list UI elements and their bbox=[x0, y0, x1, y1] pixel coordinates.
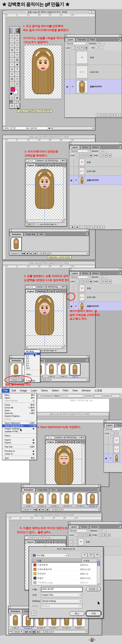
prev-frame-icon[interactable]: ◀| bbox=[70, 226, 74, 229]
opacity-field[interactable]: 100%▸ bbox=[97, 42, 104, 45]
animation-tab[interactable]: Animation bbox=[9, 610, 22, 613]
animation-frame[interactable]: 5 ∴ 0.1 sec. ▾ bbox=[74, 492, 86, 508]
tool-button[interactable]: ▭ bbox=[10, 34, 14, 38]
menu-bar-item[interactable]: Slices bbox=[39, 388, 50, 392]
tool-button[interactable]: T bbox=[14, 67, 20, 72]
lock-icon[interactable]: ▣ bbox=[89, 154, 92, 157]
layer-name[interactable]: 눈썹 copy bbox=[86, 170, 96, 172]
animation-frame[interactable]: 2 ∴ 0.1 sec. ▾ bbox=[35, 492, 47, 508]
duplicate-frame-button[interactable]: ⊡ bbox=[42, 252, 45, 255]
menu-bar-item[interactable]: Window bbox=[80, 388, 92, 392]
delete-layer-icon[interactable]: ⊔ bbox=[100, 226, 104, 229]
anti-aliased-checkbox[interactable] bbox=[38, 394, 40, 397]
view-tab[interactable]: 2-Up bbox=[48, 290, 54, 293]
cancel-button[interactable]: 취소 bbox=[70, 612, 84, 616]
file-menu-item[interactable]: Save⌘S bbox=[2, 409, 36, 412]
delay-menu-item[interactable] bbox=[24, 370, 40, 372]
standard-mode-button[interactable]: ◯ bbox=[10, 96, 14, 100]
foreground-color-swatch[interactable] bbox=[10, 87, 15, 92]
tool-button[interactable]: ✑ bbox=[14, 76, 20, 82]
tool-button[interactable]: ✐ bbox=[14, 48, 20, 52]
play-button[interactable]: ▶ bbox=[30, 252, 33, 255]
file-menu-item[interactable] bbox=[2, 421, 36, 421]
layer-name[interactable]: 금발머리여자 bbox=[86, 179, 99, 182]
layer-row[interactable] bbox=[104, 436, 122, 445]
visibility-toggle[interactable] bbox=[69, 284, 74, 292]
file-menu-item[interactable]: Update HTML... bbox=[2, 430, 36, 433]
link-toggle[interactable] bbox=[70, 65, 76, 79]
next-frame-icon[interactable]: |▶ bbox=[75, 226, 80, 229]
first-frame-button[interactable]: ◀◀ bbox=[22, 252, 25, 255]
view-tab[interactable]: Optimized bbox=[56, 440, 67, 444]
frame-delay[interactable]: ∴ 1 sec. ▾ bbox=[22, 504, 34, 507]
animation-tab[interactable]: Image Map bbox=[24, 232, 37, 236]
menu-bar-item[interactable]: File bbox=[2, 388, 10, 392]
animation-frame[interactable]: 4 ∴ 0.1 sec. ▾ bbox=[61, 492, 73, 508]
h-scrollbar[interactable]: ◀▶ bbox=[51, 127, 94, 130]
tool-button[interactable]: ✒ bbox=[10, 72, 14, 76]
layer-row[interactable]: 눈썹 copy bbox=[64, 65, 122, 80]
frame-delay[interactable]: 0.1 sec. ▾ bbox=[61, 626, 72, 629]
loop-popup[interactable]: Forever ▼ bbox=[10, 252, 21, 255]
file-menu-item[interactable]: Close⌘W bbox=[2, 404, 36, 406]
file-menu-item[interactable]: Place... bbox=[2, 434, 36, 437]
delete-layer-icon[interactable]: ⊔ bbox=[116, 114, 120, 117]
file-menu-item[interactable]: Revert bbox=[2, 418, 36, 420]
frame-delay[interactable]: 1 sec. ▾ bbox=[58, 375, 68, 378]
layer-row[interactable]: 입술 bbox=[69, 158, 122, 167]
view-tab[interactable]: 4-Up bbox=[54, 164, 62, 166]
file-menu-item[interactable]: Close All⌥⌘W bbox=[2, 406, 36, 409]
file-menu-item[interactable]: File Info...⇧⌘K bbox=[2, 446, 36, 448]
animation-frame[interactable]: 1 1 sec. ▾ bbox=[10, 237, 22, 254]
doc-canvas[interactable] bbox=[26, 292, 64, 346]
new-folder-button[interactable]: 새로운 ❏ bbox=[86, 587, 100, 591]
menu-bar-item[interactable]: Select bbox=[50, 388, 61, 392]
file-menu-item[interactable] bbox=[2, 444, 36, 445]
animation-tab[interactable]: Animation bbox=[10, 232, 23, 236]
tool-button[interactable]: ➤ bbox=[10, 67, 14, 72]
next-frame-button[interactable]: |▶ bbox=[34, 252, 37, 255]
file-menu-item[interactable]: Save Optimized As...⌥⇧⌘S bbox=[2, 424, 36, 427]
file-menu-item[interactable] bbox=[2, 438, 36, 438]
palette-menu-icon[interactable]: ▶ bbox=[97, 488, 100, 491]
screen-mode-button[interactable]: □ bbox=[13, 100, 16, 104]
frame-delay[interactable]: 1 sec. ▾ bbox=[10, 626, 21, 629]
view-tab[interactable]: Original bbox=[46, 440, 56, 444]
layer-name[interactable]: 금발머리여자 bbox=[88, 85, 102, 88]
width-field[interactable] bbox=[94, 394, 102, 398]
file-menu-item[interactable]: Output Settings▶ bbox=[2, 427, 36, 430]
collapse-box-icon[interactable] bbox=[92, 11, 94, 14]
dialog-titlebar[interactable]: Save Optimized As bbox=[29, 547, 103, 551]
menu-bar-item[interactable]: Image bbox=[18, 388, 29, 392]
delay-menu-item[interactable]: 0.1 seconds bbox=[24, 352, 40, 355]
blend-mode-popup[interactable]: Normal⇅ bbox=[70, 150, 90, 152]
tool-button[interactable]: ▤ bbox=[10, 76, 14, 82]
layer-row[interactable]: ◉ ✐ 금발머리여자 bbox=[69, 176, 122, 185]
layer-effects-icon[interactable]: ƒ. bbox=[80, 226, 84, 229]
stop-button[interactable]: ■ bbox=[32, 630, 36, 634]
fill-field[interactable]: 100%▸ bbox=[96, 46, 103, 50]
screen-mode-button[interactable]: ▣ bbox=[10, 100, 13, 104]
layer-row[interactable]: 눈썹 copy bbox=[69, 293, 122, 302]
frame-delay[interactable]: 0.1 sec. ▾ bbox=[35, 626, 47, 629]
menu-bar-item[interactable]: Filter bbox=[61, 388, 70, 392]
date-column-header[interactable]: 수정일 bbox=[82, 559, 97, 562]
edit-toggle[interactable] bbox=[74, 158, 78, 166]
layer-name[interactable]: 눈썹 copy bbox=[86, 296, 96, 298]
frame-delay[interactable]: ∴ 0.5 sec. ▾ bbox=[86, 505, 98, 508]
loop-popup[interactable]: Forever ▼ bbox=[22, 508, 33, 511]
close-box-icon[interactable] bbox=[4, 11, 6, 14]
window-titlebar-inactive[interactable]: 금발 copy @ 300% (금발머리여자, RGB) bbox=[2, 135, 95, 139]
unify-icon[interactable]: ⊕ bbox=[104, 154, 107, 157]
tool-button[interactable]: ◔ bbox=[10, 62, 14, 67]
lock-position-icon[interactable]: ✛ bbox=[80, 46, 84, 50]
lock-icon[interactable]: ✛ bbox=[84, 154, 88, 157]
titlebar-icons[interactable]: ≡ ▣ 目 bbox=[60, 160, 66, 162]
edit-toggle[interactable] bbox=[74, 167, 78, 176]
frame-delay[interactable]: ∴ 0.1 sec. ▾ bbox=[61, 504, 72, 507]
menu-bar-item[interactable]: View bbox=[70, 388, 80, 392]
lock-icon[interactable]: ▫ bbox=[76, 154, 80, 157]
visibility-toggle[interactable]: ◉ bbox=[64, 80, 70, 94]
visibility-toggle[interactable] bbox=[69, 158, 74, 166]
delay-menu-item[interactable]: 0.2 bbox=[24, 355, 40, 358]
